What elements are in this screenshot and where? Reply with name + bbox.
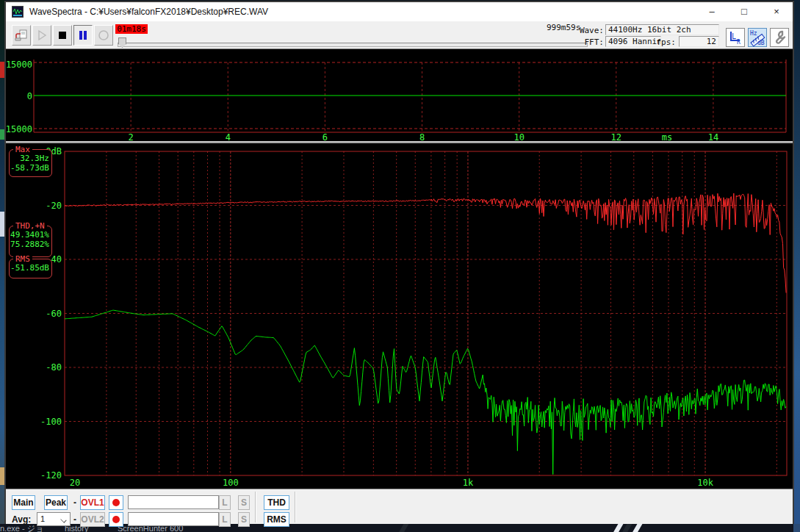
svg-text:-100: -100 [40, 417, 62, 427]
control-bar: Main Peak - OVL1 L S THD Avg: 1 - OVL2 L [6, 489, 793, 524]
ovl1-save-button[interactable]: S [238, 495, 250, 510]
max-frequency-value: 32.3Hz [10, 154, 49, 163]
settings-button[interactable] [770, 28, 789, 47]
svg-text:1k: 1k [463, 478, 474, 488]
open-file-icon [15, 29, 28, 42]
wave-label: Wave: [573, 26, 604, 35]
thd-readout: THD,+N 49.3401% 75.2882% [9, 226, 52, 257]
channel-lr-button[interactable]: L R [726, 28, 745, 47]
play-button[interactable] [32, 25, 51, 46]
record-icon [97, 29, 110, 42]
wallpaper-mark [621, 524, 633, 532]
svg-text:15000: 15000 [6, 60, 32, 70]
wallpaper-mark [397, 524, 409, 532]
svg-text:R: R [737, 39, 740, 46]
max-readout: Max 32.3Hz -58.73dB [9, 149, 52, 177]
svg-text:10: 10 [513, 132, 524, 141]
peak-button[interactable]: Peak [44, 495, 68, 510]
wave-info-field: 44100Hz 16bit 2ch [605, 24, 719, 35]
svg-text:L: L [732, 32, 736, 40]
ovl2-color-dot-icon [112, 516, 120, 523]
rms-button[interactable]: RMS [264, 512, 289, 527]
ovl2-load-button[interactable]: L [219, 512, 231, 527]
channel-lr-icon: L R [727, 29, 744, 46]
main-button[interactable]: Main [12, 495, 35, 510]
pause-button[interactable] [73, 25, 93, 46]
svg-text:4: 4 [226, 132, 231, 141]
svg-text:-60: -60 [46, 309, 62, 319]
svg-text:12: 12 [611, 132, 621, 141]
ovl2-color-button[interactable] [109, 512, 123, 527]
rms-readout: RMS -51.85dB [9, 259, 52, 278]
chevron-down-icon [60, 517, 66, 522]
ovl1-button[interactable]: OVL1 [80, 495, 105, 510]
ovl1-file-field[interactable] [128, 495, 219, 509]
toolbar-divider [295, 492, 296, 522]
svg-text:ms: ms [662, 132, 672, 141]
svg-text:2: 2 [129, 132, 134, 141]
svg-text:-15000: -15000 [6, 124, 32, 134]
ovl2-save-button[interactable]: S [238, 512, 250, 527]
max-readout-label: Max [13, 145, 32, 154]
pause-icon [76, 29, 90, 42]
wallpaper-mark [631, 524, 643, 532]
svg-text:-120: -120 [40, 470, 62, 481]
avg-label: Avg: [12, 512, 31, 527]
rms-readout-label: RMS [13, 254, 32, 264]
taskbar-end [793, 524, 800, 532]
avg-select[interactable]: 1 [37, 512, 71, 526]
fps-label: fps: [648, 37, 676, 47]
waveform-plot: 2468101214ms150000-15000 [6, 49, 793, 141]
minimize-button[interactable]: – [696, 2, 728, 21]
stop-button[interactable] [53, 25, 72, 46]
ovl1-color-button[interactable] [109, 495, 123, 510]
position-slider-track[interactable] [118, 43, 588, 47]
spectrum-panel: 0dB-20-40-60-80-100-120201001k10k Max 32… [6, 143, 793, 489]
svg-text:14: 14 [708, 132, 718, 141]
fps-field: 12 [679, 36, 719, 47]
ovl1-color-dot-icon [112, 499, 120, 506]
svg-text:10k: 10k [697, 478, 713, 488]
ovl2-button[interactable]: OVL2 [80, 512, 105, 527]
stop-icon [56, 29, 69, 42]
svg-text:100: 100 [223, 478, 239, 488]
ovl2-file-field[interactable] [128, 512, 219, 526]
svg-text:Hz: Hz [750, 30, 757, 37]
svg-text:dB: dB [757, 40, 765, 46]
svg-text:0: 0 [27, 91, 32, 101]
app-icon [12, 6, 24, 18]
window-title: WaveSpectra - C:¥Users¥falconFX2018¥Desk… [29, 7, 268, 17]
elapsed-time-badge: 01m18s [115, 24, 148, 34]
thd-value-2: 75.2882% [10, 240, 49, 249]
avg-selected-value: 1 [40, 514, 45, 523]
taskbar-wallpaper-strip [314, 524, 794, 532]
fft-label: FFT: [573, 37, 604, 47]
thd-readout-label: THD,+N [13, 221, 47, 231]
desktop-edge-right [794, 0, 800, 532]
wrench-icon [771, 29, 788, 46]
rms-value: -51.85dB [10, 263, 49, 273]
maximize-button[interactable]: □ [728, 2, 760, 21]
scale-hz-db-button[interactable]: Hz dB [748, 28, 767, 47]
svg-text:-80: -80 [46, 362, 62, 373]
desktop: n.exe - ジョ history ScreenHunter 600 Wave… [0, 0, 800, 532]
thd-button[interactable]: THD [264, 495, 289, 510]
svg-text:8: 8 [419, 132, 425, 141]
ovl1-load-button[interactable]: L [219, 495, 231, 510]
dash-label: - [72, 512, 78, 527]
toolbar-divider [255, 492, 256, 522]
scale-hz-db-icon: Hz dB [749, 29, 766, 46]
titlebar[interactable]: WaveSpectra - C:¥Users¥falconFX2018¥Desk… [6, 2, 793, 21]
max-level-value: -58.73dB [10, 163, 49, 173]
svg-text:20: 20 [70, 478, 80, 488]
close-button[interactable]: × [760, 2, 793, 21]
play-icon [35, 29, 48, 42]
spectrum-plot: 0dB-20-40-60-80-100-120201001k10k [6, 143, 793, 489]
open-file-button[interactable] [12, 25, 31, 46]
toolbar: 01m18s 999m59s Wave: 44100Hz 16bit 2ch F… [6, 21, 793, 49]
wavespectra-window: WaveSpectra - C:¥Users¥falconFX2018¥Desk… [4, 1, 794, 524]
svg-text:6: 6 [322, 132, 328, 141]
svg-text:-20: -20 [46, 201, 62, 211]
record-button[interactable] [94, 25, 113, 46]
waveform-panel: 2468101214ms150000-15000 [6, 49, 793, 141]
